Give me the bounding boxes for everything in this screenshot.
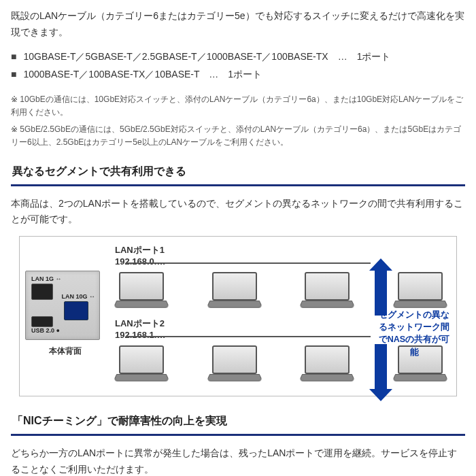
port2-ip: 192.168.1.… (115, 330, 165, 340)
laptop-icon (301, 272, 354, 309)
section-segment-body: 本商品は、2つのLANポートを搭載しているので、セグメントの異なるネットワークの… (11, 196, 465, 228)
port1-ip: 192.168.0.… (115, 256, 165, 267)
nas-rear-panel: LAN 1G ↔ LAN 10G ↔ USB 2.0 ● (25, 271, 100, 340)
spec-list: 10GBASE-T／5GBASE-T／2.5GBASE-T／1000BASE-T… (11, 48, 465, 84)
laptop-icon (208, 345, 261, 382)
intro-lead: 既設のLANケーブル（カテゴリー6またはカテゴリー5e）でも対応するスイッチに変… (11, 8, 465, 41)
spec-item: 10GBASE-T／5GBASE-T／2.5GBASE-T／1000BASE-T… (11, 48, 465, 66)
section-segment-title: 異なるセグメントで共有利用できる (11, 162, 465, 186)
footnote-1: ※ 10GbEの通信には、10GbE対応スイッチと、添付のLANケーブル（カテゴ… (11, 93, 465, 119)
segment-diagram: LAN 1G ↔ LAN 10G ↔ USB 2.0 ● 本体背面 LANポート… (19, 236, 457, 396)
panel-caption: 本体背面 (25, 345, 105, 357)
laptop-icon (394, 272, 447, 309)
spec-item: 1000BASE-T／100BASE-TX／10BASE-T … 1ポート (11, 65, 465, 84)
section-teaming-title: 「NICチーミング」で耐障害性の向上を実現 (11, 411, 465, 436)
port-icon-usb (31, 316, 53, 327)
port2-title: LANポート2 (115, 318, 165, 328)
footnote-2: ※ 5GbE/2.5GbEの通信には、5GbE/2.5GbE対応スイッチと、添付… (11, 123, 465, 149)
port1-title: LANポート1 (115, 245, 165, 255)
network-wire-icon (126, 262, 371, 264)
panel-label-lan1g: LAN 1G ↔ (31, 275, 62, 282)
laptop-icon (115, 272, 168, 309)
panel-label-lan10g: LAN 10G ↔ (61, 293, 95, 300)
panel-label-usb: USB 2.0 ● (31, 327, 60, 334)
port-icon-lan1g (31, 284, 53, 300)
section-teaming-body: どちらか一方のLANポートに異常が発生した場合は、残ったLANポートで運用を継続… (11, 445, 465, 476)
footnotes: ※ 10GbEの通信には、10GbE対応スイッチと、添付のLANケーブル（カテゴ… (11, 93, 465, 150)
port-icon-lan10g (64, 301, 88, 320)
laptop-icon (301, 345, 354, 382)
laptop-icon (208, 272, 261, 309)
network-wire-icon (126, 336, 371, 337)
laptop-icon (115, 345, 168, 382)
diagram-callout: セグメントの異なるネットワーク間でNASの共有が可能 (377, 309, 451, 358)
